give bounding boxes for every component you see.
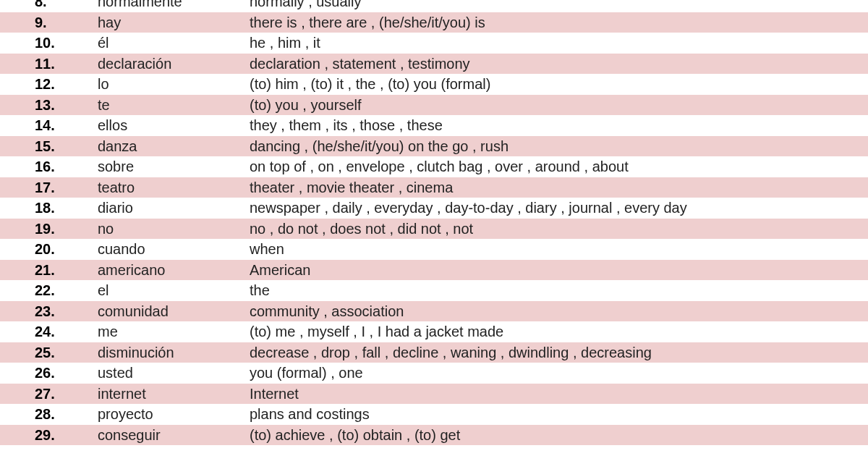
row-word: conseguir bbox=[98, 425, 250, 446]
table-row: 13.te(to) you , yourself bbox=[0, 95, 868, 116]
table-row: 19.nono , do not , does not , did not , … bbox=[0, 219, 868, 240]
row-definition: dancing , (he/she/it/you) on the go , ru… bbox=[250, 136, 868, 157]
table-row: 12.lo(to) him , (to) it , the , (to) you… bbox=[0, 74, 868, 95]
vocab-table: 8.normalmentenormally , usually9.hayther… bbox=[0, 0, 868, 445]
row-definition: (to) him , (to) it , the , (to) you (for… bbox=[250, 74, 868, 95]
row-word: americano bbox=[98, 260, 250, 281]
row-word: cuando bbox=[98, 239, 250, 260]
row-definition: (to) you , yourself bbox=[250, 95, 868, 116]
row-word: normalmente bbox=[98, 0, 250, 12]
row-definition: on top of , on , envelope , clutch bag ,… bbox=[250, 156, 868, 177]
row-number: 17. bbox=[0, 177, 98, 198]
row-definition: no , do not , does not , did not , not bbox=[250, 219, 868, 240]
row-word: disminución bbox=[98, 342, 250, 363]
table-row: 16.sobreon top of , on , envelope , clut… bbox=[0, 156, 868, 177]
row-definition: when bbox=[250, 239, 868, 260]
row-number: 8. bbox=[0, 0, 98, 12]
row-definition: community , association bbox=[250, 301, 868, 322]
row-number: 11. bbox=[0, 54, 98, 75]
table-row: 9.haythere is , there are , (he/she/it/y… bbox=[0, 12, 868, 33]
row-word: internet bbox=[98, 384, 250, 405]
row-number: 24. bbox=[0, 321, 98, 342]
row-number: 26. bbox=[0, 363, 98, 384]
row-definition: (to) me , myself , I , I had a jacket ma… bbox=[250, 321, 868, 342]
row-definition: theater , movie theater , cinema bbox=[250, 177, 868, 198]
row-word: teatro bbox=[98, 177, 250, 198]
row-word: hay bbox=[98, 12, 250, 33]
table-row: 15.danzadancing , (he/she/it/you) on the… bbox=[0, 136, 868, 157]
table-row: 20.cuandowhen bbox=[0, 239, 868, 260]
row-word: no bbox=[98, 219, 250, 240]
row-number: 13. bbox=[0, 95, 98, 116]
row-number: 25. bbox=[0, 342, 98, 363]
table-row: 21.americanoAmerican bbox=[0, 260, 868, 281]
row-definition: they , them , its , those , these bbox=[250, 115, 868, 136]
row-definition: newspaper , daily , everyday , day-to-da… bbox=[250, 198, 868, 219]
row-definition: American bbox=[250, 260, 868, 281]
row-definition: you (formal) , one bbox=[250, 363, 868, 384]
table-row: 8.normalmentenormally , usually bbox=[0, 0, 868, 12]
row-word: el bbox=[98, 280, 250, 301]
table-row: 24.me(to) me , myself , I , I had a jack… bbox=[0, 321, 868, 342]
row-number: 20. bbox=[0, 239, 98, 260]
row-word: danza bbox=[98, 136, 250, 157]
row-word: te bbox=[98, 95, 250, 116]
row-definition: decrease , drop , fall , decline , wanin… bbox=[250, 342, 868, 363]
row-number: 19. bbox=[0, 219, 98, 240]
table-row: 28.proyectoplans and costings bbox=[0, 404, 868, 425]
row-number: 27. bbox=[0, 384, 98, 405]
row-number: 22. bbox=[0, 280, 98, 301]
row-number: 14. bbox=[0, 115, 98, 136]
table-row: 11.declaracióndeclaration , statement , … bbox=[0, 54, 868, 75]
row-number: 12. bbox=[0, 74, 98, 95]
table-row: 10.élhe , him , it bbox=[0, 33, 868, 54]
row-word: comunidad bbox=[98, 301, 250, 322]
row-word: lo bbox=[98, 74, 250, 95]
row-word: proyecto bbox=[98, 404, 250, 425]
table-row: 22.elthe bbox=[0, 280, 868, 301]
table-row: 25.disminucióndecrease , drop , fall , d… bbox=[0, 342, 868, 363]
table-row: 29.conseguir(to) achieve , (to) obtain ,… bbox=[0, 425, 868, 446]
row-definition: Internet bbox=[250, 384, 868, 405]
row-number: 18. bbox=[0, 198, 98, 219]
row-number: 15. bbox=[0, 136, 98, 157]
row-definition: plans and costings bbox=[250, 404, 868, 425]
row-definition: (to) achieve , (to) obtain , (to) get bbox=[250, 425, 868, 446]
table-row: 23.comunidadcommunity , association bbox=[0, 301, 868, 322]
table-row: 17.teatrotheater , movie theater , cinem… bbox=[0, 177, 868, 198]
row-definition: the bbox=[250, 280, 868, 301]
row-definition: normally , usually bbox=[250, 0, 868, 12]
row-word: diario bbox=[98, 198, 250, 219]
table-row: 27.internetInternet bbox=[0, 384, 868, 405]
row-number: 28. bbox=[0, 404, 98, 425]
row-number: 29. bbox=[0, 425, 98, 446]
row-number: 21. bbox=[0, 260, 98, 281]
row-word: declaración bbox=[98, 54, 250, 75]
row-number: 23. bbox=[0, 301, 98, 322]
row-definition: he , him , it bbox=[250, 33, 868, 54]
table-row: 18.diarionewspaper , daily , everyday , … bbox=[0, 198, 868, 219]
row-number: 16. bbox=[0, 156, 98, 177]
row-number: 9. bbox=[0, 12, 98, 33]
row-word: sobre bbox=[98, 156, 250, 177]
row-word: usted bbox=[98, 363, 250, 384]
row-word: me bbox=[98, 321, 250, 342]
table-row: 14.ellosthey , them , its , those , thes… bbox=[0, 115, 868, 136]
table-row: 26.ustedyou (formal) , one bbox=[0, 363, 868, 384]
row-definition: there is , there are , (he/she/it/you) i… bbox=[250, 12, 868, 33]
row-word: ellos bbox=[98, 115, 250, 136]
row-word: él bbox=[98, 33, 250, 54]
row-number: 10. bbox=[0, 33, 98, 54]
row-definition: declaration , statement , testimony bbox=[250, 54, 868, 75]
